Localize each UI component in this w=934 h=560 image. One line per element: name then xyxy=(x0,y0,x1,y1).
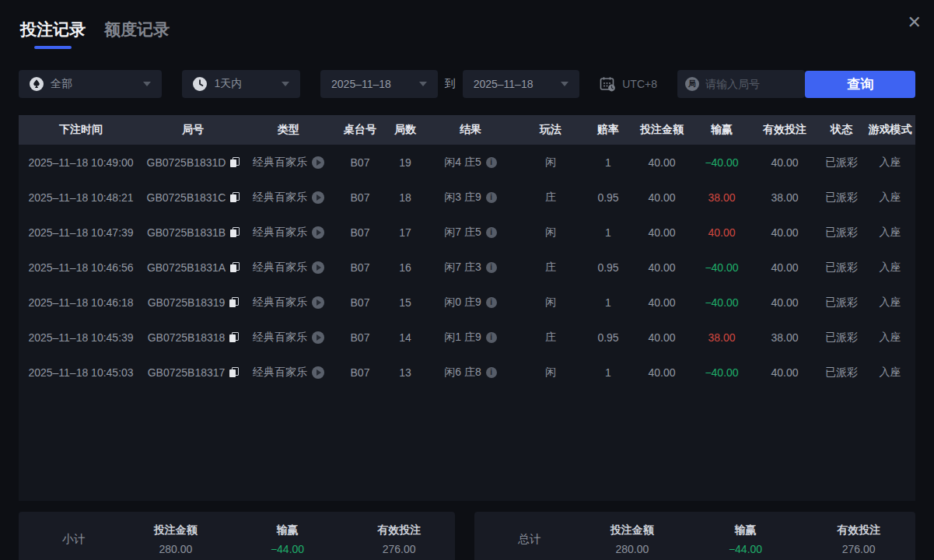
table-no: B07 xyxy=(351,191,370,204)
round-no: 14 xyxy=(399,331,411,344)
copy-icon[interactable] xyxy=(229,332,238,342)
game-type: 经典百家乐 xyxy=(253,331,307,345)
video-play-icon[interactable] xyxy=(312,191,324,204)
bet-time-cell: 2025–11–18 10:47:39 xyxy=(19,226,143,239)
bet-time-cell: 2025–11–18 10:49:00 xyxy=(19,156,143,169)
table-no-cell: B07 xyxy=(334,226,386,239)
table-no-cell: B07 xyxy=(334,296,386,309)
result-info-icon[interactable]: i xyxy=(486,332,497,343)
game-mode-cell: 入座 xyxy=(865,191,915,205)
round-no-cell: 14 xyxy=(386,331,425,344)
game-mode-cell: 入座 xyxy=(865,156,915,170)
video-play-icon[interactable] xyxy=(312,261,324,274)
result-info-icon[interactable]: i xyxy=(486,157,497,168)
bet-time: 2025–11–18 10:46:56 xyxy=(28,261,133,274)
round-search-field[interactable]: 局 xyxy=(677,70,806,98)
bet-amount: 40.00 xyxy=(648,191,675,204)
round-no: 19 xyxy=(399,156,411,169)
filter-bar: 全部 1天内 2025–11–18 到 2025–11–18 U xyxy=(19,70,915,98)
bet-time: 2025–11–18 10:47:39 xyxy=(28,226,133,239)
date-from-picker[interactable]: 2025–11–18 xyxy=(320,70,438,98)
status: 已派彩 xyxy=(825,331,858,345)
valid-bet-cell: 40.00 xyxy=(751,296,818,309)
game-id: GB0725B1831B xyxy=(147,226,226,239)
result: 闲3 庄9 xyxy=(444,191,481,205)
copy-icon[interactable] xyxy=(229,297,238,307)
status-cell: 已派彩 xyxy=(818,331,865,345)
result-info-icon[interactable]: i xyxy=(486,192,497,203)
copy-icon[interactable] xyxy=(230,227,239,237)
subtotal-panel: 小计 投注金额 280.00 输赢 −44.00 有效投注 276.00 xyxy=(19,512,455,560)
game-type-select[interactable]: 全部 xyxy=(19,70,162,98)
table-no: B07 xyxy=(351,366,370,379)
date-to-picker[interactable]: 2025–11–18 xyxy=(463,70,580,98)
valid-bet: 38.00 xyxy=(771,331,798,344)
table-no-cell: B07 xyxy=(334,191,386,204)
bet-amount-cell: 40.00 xyxy=(631,366,692,379)
bet-amount: 40.00 xyxy=(648,226,675,239)
game-id-cell: GB0725B1831B xyxy=(143,226,243,239)
table-no-cell: B07 xyxy=(334,156,386,169)
game-mode-cell: 入座 xyxy=(865,296,915,310)
result-info-icon[interactable]: i xyxy=(486,262,497,273)
result-info-icon[interactable]: i xyxy=(486,297,497,308)
close-icon[interactable]: ✕ xyxy=(908,14,922,31)
result: 闲7 庄3 xyxy=(444,261,481,275)
column-header: 下注时间 xyxy=(19,123,143,137)
result-cell: 闲7 庄3i xyxy=(425,261,516,275)
timezone-indicator[interactable]: UTC+8 xyxy=(600,76,657,92)
result: 闲1 庄9 xyxy=(444,331,481,345)
win-loss: −40.00 xyxy=(705,296,738,309)
odds-cell: 1 xyxy=(585,156,631,169)
round-no-cell: 15 xyxy=(386,296,425,309)
round-no: 13 xyxy=(399,366,411,379)
active-tab-underline xyxy=(34,46,72,49)
video-play-icon[interactable] xyxy=(312,296,324,309)
total-valid-value: 276.00 xyxy=(802,543,915,555)
video-play-icon[interactable] xyxy=(312,156,324,169)
video-play-icon[interactable] xyxy=(312,331,324,344)
table-no: B07 xyxy=(351,226,370,239)
status: 已派彩 xyxy=(825,226,858,240)
video-play-icon[interactable] xyxy=(312,366,324,379)
copy-icon[interactable] xyxy=(230,262,239,272)
result-cell: 闲7 庄5i xyxy=(425,226,516,240)
result-info-icon[interactable]: i xyxy=(486,227,497,238)
copy-icon[interactable] xyxy=(230,157,239,167)
video-play-icon[interactable] xyxy=(312,226,324,239)
game-type: 经典百家乐 xyxy=(253,156,307,170)
copy-icon[interactable] xyxy=(230,192,239,202)
table-no: B07 xyxy=(351,331,370,344)
game-type-value: 全部 xyxy=(51,77,72,91)
game-type-cell: 经典百家乐 xyxy=(243,261,334,275)
chevron-down-icon xyxy=(561,82,568,86)
column-header: 类型 xyxy=(243,123,334,137)
valid-bet-cell: 40.00 xyxy=(751,366,818,379)
column-header: 结果 xyxy=(425,123,516,137)
subtotal-bet-label: 投注金额 xyxy=(120,523,232,537)
play-type: 闲 xyxy=(545,226,556,240)
round-no: 18 xyxy=(399,191,411,204)
result-info-icon[interactable]: i xyxy=(486,367,497,378)
round-search-input[interactable] xyxy=(705,78,798,90)
tab-betting-records[interactable]: 投注记录 xyxy=(20,19,86,49)
time-range-select[interactable]: 1天内 xyxy=(182,70,300,98)
query-button[interactable]: 查询 xyxy=(805,71,915,98)
game-type: 经典百家乐 xyxy=(253,296,307,310)
valid-bet-cell: 40.00 xyxy=(751,261,818,274)
play-type: 闲 xyxy=(545,366,556,380)
copy-icon[interactable] xyxy=(229,367,238,377)
bet-amount-cell: 40.00 xyxy=(631,331,692,344)
table-row: 2025–11–18 10:47:39GB0725B1831B经典百家乐B071… xyxy=(19,215,915,250)
status-cell: 已派彩 xyxy=(818,261,865,275)
round-no-cell: 16 xyxy=(386,261,425,274)
game-id-cell: GB0725B18319 xyxy=(143,296,243,309)
table-row: 2025–11–18 10:46:56GB0725B1831A经典百家乐B071… xyxy=(19,250,915,285)
tab-quota-records[interactable]: 额度记录 xyxy=(104,19,170,40)
game-mode-cell: 入座 xyxy=(865,366,915,380)
game-id-cell: GB0725B18318 xyxy=(143,331,243,344)
chevron-down-icon xyxy=(419,82,427,86)
status: 已派彩 xyxy=(825,296,858,310)
odds-cell: 1 xyxy=(585,296,631,309)
total-bet-label: 投注金额 xyxy=(575,523,689,537)
